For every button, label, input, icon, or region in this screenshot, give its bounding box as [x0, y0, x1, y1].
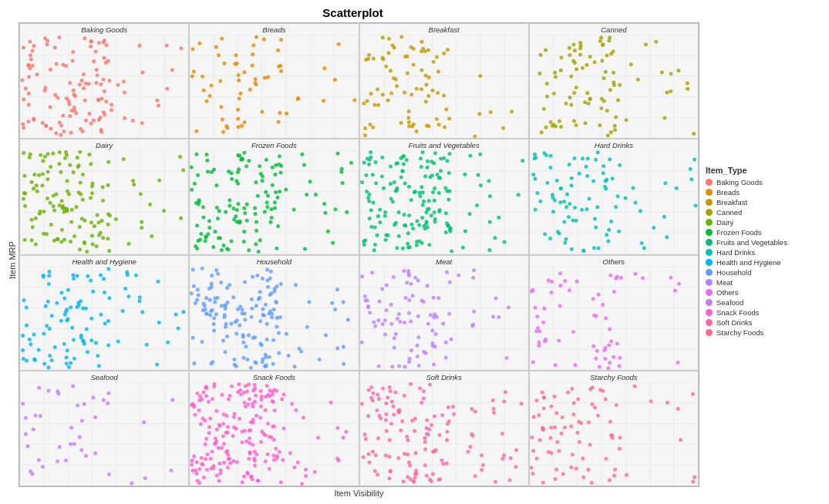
scatter-canvas — [530, 267, 698, 370]
legend-dot — [706, 219, 713, 226]
facet-cell: Canned — [529, 23, 699, 139]
legend-item: Snack Foods — [706, 308, 817, 317]
scatter-canvas — [360, 267, 528, 370]
facet-label: Others — [530, 257, 698, 266]
facet-cell: Starchy Foods — [529, 371, 699, 486]
legend-item: Breads — [706, 188, 817, 197]
facet-cell: Dairy — [19, 139, 189, 254]
legend-item: Hard Drinks — [706, 248, 817, 257]
legend-label: Snack Foods — [716, 308, 759, 317]
chart-title: Scatterplot — [6, 6, 699, 19]
facet-canvas-wrapper — [360, 35, 528, 138]
facet-cell: Health and Hygiene — [19, 255, 189, 371]
scatter-canvas — [360, 150, 528, 254]
facet-label: Household — [190, 257, 358, 266]
legend-label: Baking Goods — [716, 178, 763, 186]
facet-label: Baking Goods — [20, 25, 188, 34]
legend-dot — [706, 309, 713, 316]
facet-label: Breads — [190, 25, 358, 34]
scatter-canvas — [20, 150, 188, 254]
legend-label: Hard Drinks — [716, 248, 755, 257]
legend-label: Soft Drinks — [716, 318, 752, 327]
legend-label: Dairy — [716, 218, 733, 227]
scatter-canvas — [530, 382, 698, 486]
legend-label: Meat — [716, 278, 733, 287]
legend-label: Fruits and Vegetables — [716, 238, 787, 247]
legend-dot — [706, 319, 713, 326]
y-axis-label: Item MRP — [6, 22, 19, 498]
chart-body: Item MRP Baking GoodsBreadsBreakfastCann… — [6, 22, 699, 498]
legend-label: Breakfast — [716, 198, 747, 207]
scatter-canvas — [190, 35, 358, 138]
scatter-canvas — [20, 382, 188, 486]
facet-cell: Fruits and Vegetables — [359, 139, 529, 254]
legend-item: Frozen Foods — [706, 228, 817, 237]
chart-area: Scatterplot Item MRP Baking GoodsBreadsB… — [6, 6, 699, 498]
legend-item: Baking Goods — [706, 178, 817, 186]
facet-cell: Baking Goods — [19, 23, 189, 139]
legend-title: Item_Type — [706, 166, 817, 175]
legend-dot — [706, 179, 713, 186]
legend-dot — [706, 259, 713, 266]
legend-item: Breakfast — [706, 198, 817, 207]
facet-label: Meat — [360, 257, 528, 266]
facet-label: Snack Foods — [190, 373, 358, 381]
grid-and-xaxis: Baking GoodsBreadsBreakfastCannedDairyFr… — [19, 22, 699, 498]
legend-label: Starchy Foods — [716, 328, 763, 337]
legend-item: Household — [706, 268, 817, 277]
legend-dot — [706, 269, 713, 276]
legend-dot — [706, 289, 713, 296]
scatter-canvas — [20, 267, 188, 370]
legend-dot — [706, 279, 713, 286]
facet-cell: Breads — [189, 23, 359, 139]
facet-cell: Others — [529, 255, 699, 371]
scatter-canvas — [360, 35, 528, 138]
facet-label: Soft Drinks — [360, 373, 528, 381]
legend-label: Health and Hygiene — [716, 258, 780, 267]
facet-canvas-wrapper — [360, 267, 528, 370]
facet-cell: Breakfast — [359, 23, 529, 139]
facet-canvas-wrapper — [360, 150, 528, 254]
legend-item: Meat — [706, 278, 817, 287]
legend-dot — [706, 249, 713, 256]
facet-label: Fruits and Vegetables — [360, 141, 528, 150]
scatter-canvas — [190, 382, 358, 486]
facet-cell: Household — [189, 255, 359, 371]
legend-item: Others — [706, 288, 817, 297]
legend-label: Seafood — [716, 298, 743, 307]
main-container: Scatterplot Item MRP Baking GoodsBreadsB… — [0, 0, 829, 504]
facet-canvas-wrapper — [530, 267, 698, 370]
facet-cell: Meat — [359, 255, 529, 371]
facet-canvas-wrapper — [20, 382, 188, 486]
legend: Item_Type Baking GoodsBreadsBreakfastCan… — [699, 6, 823, 498]
facet-canvas-wrapper — [360, 382, 528, 486]
scatter-canvas — [190, 267, 358, 370]
legend-item: Starchy Foods — [706, 328, 817, 337]
legend-dot — [706, 299, 713, 306]
legend-label: Canned — [716, 208, 742, 217]
facet-canvas-wrapper — [530, 150, 698, 254]
legend-label: Breads — [716, 188, 740, 197]
legend-dot — [706, 199, 713, 206]
legend-dot — [706, 239, 713, 246]
facet-canvas-wrapper — [190, 150, 358, 254]
legend-item: Fruits and Vegetables — [706, 238, 817, 247]
scatter-canvas — [190, 150, 358, 254]
facet-canvas-wrapper — [20, 35, 188, 138]
legend-item: Soft Drinks — [706, 318, 817, 327]
facet-cell: Seafood — [19, 371, 189, 486]
facet-cell: Hard Drinks — [529, 139, 699, 254]
legend-label: Others — [716, 288, 739, 297]
x-axis-label: Item Visibility — [19, 489, 699, 498]
facet-canvas-wrapper — [20, 267, 188, 370]
scatter-canvas — [530, 35, 698, 138]
facet-label: Frozen Foods — [190, 141, 358, 150]
facet-label: Seafood — [20, 373, 188, 381]
facet-label: Hard Drinks — [530, 141, 698, 150]
facet-label: Starchy Foods — [530, 373, 698, 381]
legend-dot — [706, 209, 713, 216]
facet-grid: Baking GoodsBreadsBreakfastCannedDairyFr… — [19, 22, 699, 487]
facet-cell: Frozen Foods — [189, 139, 359, 254]
facet-canvas-wrapper — [190, 35, 358, 138]
facet-label: Canned — [530, 25, 698, 34]
